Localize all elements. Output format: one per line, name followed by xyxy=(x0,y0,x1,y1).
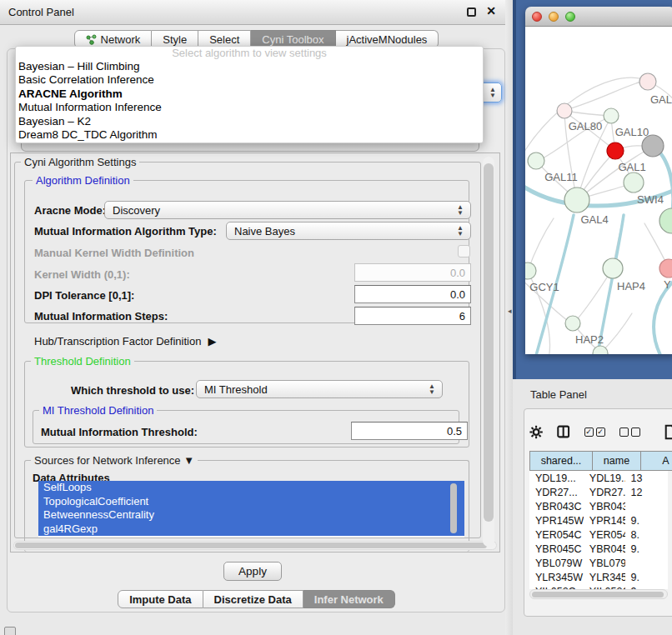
control-panel-header: Control Panel ✕ xyxy=(0,0,513,25)
network-node[interactable] xyxy=(607,142,624,159)
table-horizontal-scrollbar[interactable] xyxy=(529,589,668,599)
node-label-gal80: GAL80 xyxy=(569,120,602,132)
stepper-icon: ▲▼ xyxy=(489,87,496,98)
settings-vertical-scrollbar[interactable] xyxy=(483,157,494,547)
gear-icon[interactable] xyxy=(529,424,543,440)
table-cell: YBR045C xyxy=(584,542,625,556)
table-cell: YBR045C xyxy=(529,542,584,556)
list-scrollbar[interactable] xyxy=(450,483,457,533)
dropdown-item-basic-correlation-inference[interactable]: Basic Correlation Inference xyxy=(16,73,483,87)
panel-edge xyxy=(505,0,513,635)
node-label-gal: GAL xyxy=(650,93,672,106)
table-row[interactable]: YBR045CYBR045C9. xyxy=(529,542,668,556)
close-traffic-light[interactable] xyxy=(532,12,542,22)
hub-definition-toggle[interactable]: Hub/Transcription Factor Definition▶ xyxy=(34,335,216,348)
chevron-down-icon: ▼ xyxy=(183,454,194,467)
mi-type-value: Naive Bayes xyxy=(234,225,295,238)
dropdown-item-bayesian-hill-climbing[interactable]: Bayesian – Hill Climbing xyxy=(16,60,483,73)
network-node[interactable] xyxy=(659,259,672,278)
table-cell: YBR043C xyxy=(529,499,584,513)
table-cell: YBL079W xyxy=(584,556,625,570)
mi-type-label: Mutual Information Algorithm Type: xyxy=(34,225,217,238)
tab-discretize-data[interactable]: Discretize Data xyxy=(203,590,303,608)
table-cell xyxy=(625,499,668,513)
dpi-tolerance-field[interactable]: 0.0 xyxy=(354,285,471,303)
select-all-rows-icon[interactable]: ✓✓ xyxy=(584,428,605,437)
table-row[interactable]: YDL19...YDL19...13 xyxy=(529,471,668,485)
kernel-width-label: Kernel Width (0,1): xyxy=(34,268,130,281)
float-panel-icon[interactable] xyxy=(467,8,476,17)
table-row[interactable]: YLR345WYLR345W9. xyxy=(529,570,668,584)
dropdown-item-bayesian-k2[interactable]: Bayesian – K2 xyxy=(16,115,483,128)
table-cell: 8. xyxy=(625,528,668,542)
attribute-item-topologicalcoefficient[interactable]: TopologicalCoefficient xyxy=(38,495,464,509)
table-cell xyxy=(625,556,668,570)
settings-horizontal-scrollbar[interactable] xyxy=(13,541,497,550)
dropdown-item-mutual-information-inference[interactable]: Mutual Information Inference xyxy=(16,101,483,114)
zoom-traffic-light[interactable] xyxy=(565,12,575,22)
panel-resize-handle[interactable]: ◂ xyxy=(508,307,512,315)
mi-threshold-field[interactable]: 0.5 xyxy=(351,422,468,440)
node-label-gal10: GAL10 xyxy=(615,126,649,138)
table-header-row[interactable]: shared...nameA xyxy=(529,451,672,471)
dropdown-item-dream8-dc-tdc-algorithm[interactable]: Dream8 DC_TDC Algorithm xyxy=(16,128,483,142)
data-attributes-list[interactable]: SelfLoopsTopologicalCoefficientBetweenne… xyxy=(38,481,464,538)
network-node[interactable] xyxy=(659,208,672,233)
manual-kernel-checkbox[interactable] xyxy=(458,245,470,258)
network-node[interactable] xyxy=(624,172,644,192)
deselect-all-rows-icon[interactable] xyxy=(619,428,640,437)
mi-threshold-label: Mutual Information Threshold: xyxy=(41,426,198,438)
network-node[interactable] xyxy=(565,316,580,331)
apply-button[interactable]: Apply xyxy=(223,562,282,581)
minimized-panel-icon[interactable] xyxy=(4,627,16,635)
network-window-titlebar[interactable] xyxy=(525,7,672,27)
column-selector-icon[interactable] xyxy=(557,424,569,439)
table-row[interactable]: YDR27...YDR27...12 xyxy=(529,485,668,499)
network-canvas[interactable]: GALGAL80GAL10GAL1GAL11SWI4GAL4GCY1HAP4YH… xyxy=(525,27,672,354)
close-icon[interactable]: ✕ xyxy=(486,4,496,18)
sources-title: Sources for Network Inference xyxy=(34,454,181,467)
attribute-item-gal4rgexp[interactable]: gal4RGexp xyxy=(38,522,464,537)
node-label-hap2: HAP2 xyxy=(575,333,604,346)
sources-toggle[interactable]: Sources for Network Inference ▼ xyxy=(31,454,198,467)
tab-label: Discretize Data xyxy=(214,591,292,608)
manual-kernel-label: Manual Kernel Width Definition xyxy=(34,247,194,259)
tab-infer-network[interactable]: Infer Network xyxy=(303,590,395,608)
hub-definition-label: Hub/Transcription Factor Definition xyxy=(34,335,201,348)
network-node[interactable] xyxy=(604,108,619,123)
network-edge[interactable] xyxy=(565,80,647,110)
network-node[interactable] xyxy=(564,188,589,212)
which-threshold-select[interactable]: MI Threshold ▲▼ xyxy=(196,380,443,398)
network-node[interactable] xyxy=(603,258,623,278)
column-header-shared-[interactable]: shared... xyxy=(529,451,593,471)
node-label-gal11: GAL11 xyxy=(544,171,578,183)
export-table-icon[interactable] xyxy=(664,423,672,441)
minimize-traffic-light[interactable] xyxy=(549,12,559,22)
table-row[interactable]: YPR145WYPR145W9. xyxy=(529,513,668,528)
dropdown-item-aracne-algorithm[interactable]: ARACNE Algorithm xyxy=(16,88,483,101)
table-panel-title: Table Panel xyxy=(530,388,587,401)
table-panel-body: ✓✓ shared...nameA YDL19...YDL19...13YDR2… xyxy=(524,408,672,617)
node-label-swi4: SWI4 xyxy=(637,193,664,206)
table-row[interactable]: YBR043CYBR043C xyxy=(529,499,668,513)
mi-steps-field[interactable]: 6 xyxy=(354,307,471,325)
table-row[interactable]: YBL079WYBL079W xyxy=(529,556,668,570)
network-node[interactable] xyxy=(525,262,536,279)
aracne-mode-select[interactable]: Discovery ▲▼ xyxy=(104,201,471,219)
attribute-item-betweennesscentrality[interactable]: BetweennessCentrality xyxy=(38,508,464,522)
dropdown-items: Bayesian – Hill ClimbingBasic Correlatio… xyxy=(16,60,483,142)
column-header-a[interactable]: A xyxy=(641,451,672,471)
mi-type-select[interactable]: Naive Bayes ▲▼ xyxy=(226,222,471,240)
table-row[interactable]: YER054CYER054C8. xyxy=(529,528,668,542)
table-body[interactable]: YDL19...YDL19...13YDR27...YDR27...12YBR0… xyxy=(529,471,668,589)
network-node[interactable] xyxy=(639,73,656,90)
chevron-right-icon: ▶ xyxy=(208,335,216,348)
network-node[interactable] xyxy=(528,152,544,169)
network-node[interactable] xyxy=(557,103,572,118)
table-cell: YLR345W xyxy=(584,570,625,584)
network-view-window: GALGAL80GAL10GAL1GAL11SWI4GAL4GCY1HAP4YH… xyxy=(525,7,672,354)
attribute-item-selfloops[interactable]: SelfLoops xyxy=(38,481,464,495)
tab-impute-data[interactable]: Impute Data xyxy=(118,590,203,608)
column-header-name[interactable]: name xyxy=(593,451,641,471)
table-cell: 9. xyxy=(625,570,668,584)
